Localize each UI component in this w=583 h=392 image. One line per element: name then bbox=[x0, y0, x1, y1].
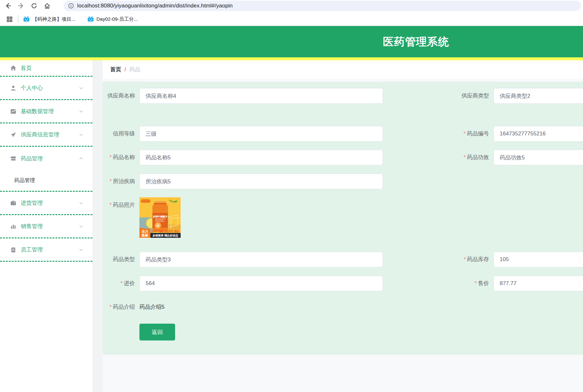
drug-no-field[interactable] bbox=[494, 126, 583, 142]
sale-price-label: *售价 bbox=[458, 276, 489, 291]
drug-type-field[interactable] bbox=[139, 252, 383, 267]
tv-icon bbox=[87, 16, 94, 22]
clipboard-icon bbox=[10, 246, 17, 253]
drug-name-field[interactable] bbox=[139, 150, 383, 165]
sidebar-item-employee-management[interactable]: 员工管理 bbox=[0, 238, 92, 262]
purchase-price-label: *进价 bbox=[103, 276, 135, 291]
sidebar-item-label: 销售管理 bbox=[21, 223, 43, 230]
home-icon bbox=[10, 64, 17, 72]
intro-label: *药品介绍 bbox=[103, 299, 135, 315]
briefcase-icon bbox=[10, 200, 17, 207]
sidebar-item-label: 基础数据管理 bbox=[21, 108, 54, 115]
bookmark-label: 【码神之路】项目... bbox=[32, 16, 76, 22]
disease-label: *所治疾病 bbox=[103, 174, 135, 189]
url-text: localhost:8080/yiyaoguanlixitong/admin/d… bbox=[77, 3, 233, 9]
bar-chart-icon bbox=[10, 223, 17, 230]
bookmark-item[interactable]: Day02-09-员工分... bbox=[87, 16, 138, 22]
sidebar-item-personal-center[interactable]: 个人中心 bbox=[0, 77, 92, 100]
breadcrumb-separator: / bbox=[125, 66, 126, 73]
user-icon bbox=[10, 85, 17, 92]
bookmarks-bar: 【码神之路】项目... Day02-09-员工分... bbox=[0, 12, 583, 26]
sidebar-item-drug-management[interactable]: 药品管理 bbox=[0, 147, 92, 170]
sidebar-item-label: 药品管理 bbox=[21, 155, 43, 162]
send-icon bbox=[10, 131, 17, 138]
main-content: 首页 / 药品 供应商名称 供应商类型 信用等级 *药品编号 *药品名称 *药品… bbox=[103, 60, 583, 392]
supplier-type-label: 供应商类型 bbox=[458, 88, 489, 104]
back-icon[interactable] bbox=[3, 1, 13, 11]
supplier-type-field[interactable] bbox=[494, 88, 583, 104]
shop-icon bbox=[10, 155, 17, 162]
sidebar-item-label: 供应商信息管理 bbox=[21, 131, 59, 138]
sidebar-item-label: 首页 bbox=[21, 64, 32, 72]
chart-icon bbox=[10, 108, 17, 115]
chevron-down-icon bbox=[79, 248, 83, 253]
drug-effect-field[interactable] bbox=[494, 150, 583, 165]
back-button[interactable]: 返回 bbox=[139, 324, 175, 340]
drug-effect-label: *药品功效 bbox=[458, 150, 489, 165]
browser-toolbar: localhost:8080/yiyaoguanlixitong/admin/d… bbox=[0, 0, 583, 12]
photo-tagline-text: 多维牛磺酸 让你元气一整天 bbox=[152, 230, 179, 233]
forward-icon[interactable] bbox=[16, 1, 26, 11]
breadcrumb: 首页 / 药品 bbox=[103, 60, 583, 79]
header-accent-bar bbox=[0, 57, 583, 60]
site-info-icon[interactable] bbox=[68, 3, 74, 9]
disease-field[interactable] bbox=[139, 174, 383, 189]
purchase-price-field[interactable] bbox=[139, 276, 383, 291]
tv-icon bbox=[23, 16, 30, 22]
bookmark-label: Day02-09-员工分... bbox=[97, 16, 138, 22]
sidebar-item-label: 员工管理 bbox=[21, 246, 43, 253]
sidebar-subitem-drug-management[interactable]: 药品管理 bbox=[0, 170, 92, 192]
sidebar-item-label: 个人中心 bbox=[21, 84, 43, 92]
page-title: 医药管理系统 bbox=[383, 26, 449, 57]
sale-price-field[interactable] bbox=[494, 276, 583, 291]
sidebar: 首页 个人中心 基础数据管理 供应商信息管理 药品管理 药品管理 进货管理 bbox=[0, 60, 92, 392]
ribbon-text-2: 焕新 bbox=[141, 233, 149, 237]
breadcrumb-current: 药品 bbox=[129, 66, 140, 73]
browser-window: localhost:8080/yiyaoguanlixitong/admin/d… bbox=[0, 0, 583, 392]
drug-photo-label: *药品照片 bbox=[103, 197, 135, 213]
drug-name-label: *药品名称 bbox=[103, 150, 135, 165]
stock-field[interactable] bbox=[494, 252, 583, 267]
chevron-down-icon bbox=[79, 133, 83, 138]
breadcrumb-home-link[interactable]: 首页 bbox=[110, 66, 121, 73]
credit-level-label: 信用等级 bbox=[103, 126, 135, 142]
intro-value: 药品介绍5 bbox=[139, 299, 164, 315]
chevron-down-icon bbox=[79, 109, 83, 115]
drug-no-label: *药品编号 bbox=[458, 126, 489, 142]
sidebar-item-home[interactable]: 首页 bbox=[0, 60, 92, 77]
stock-label: *药品库存 bbox=[458, 252, 489, 267]
ribbon-text-1: 活力 bbox=[141, 229, 149, 233]
supplier-name-label: 供应商名称 bbox=[103, 88, 135, 104]
sidebar-item-purchase-management[interactable]: 进货管理 bbox=[0, 192, 92, 215]
chevron-down-icon bbox=[79, 201, 83, 207]
drug-type-label: 药品类型 bbox=[103, 252, 135, 267]
drug-detail-form: 供应商名称 供应商类型 信用等级 *药品编号 *药品名称 *药品功效 *所治疾病… bbox=[103, 82, 583, 355]
sidebar-item-sales-management[interactable]: 销售管理 bbox=[0, 215, 92, 238]
reload-icon[interactable] bbox=[29, 1, 39, 11]
sidebar-subitem-label: 药品管理 bbox=[14, 177, 35, 184]
sidebar-item-label: 进货管理 bbox=[21, 199, 43, 207]
chevron-down-icon bbox=[79, 224, 83, 230]
home-nav-icon[interactable] bbox=[42, 1, 52, 11]
chevron-down-icon bbox=[79, 86, 83, 92]
sidebar-item-supplier-info[interactable]: 供应商信息管理 bbox=[0, 123, 92, 147]
bookmark-item[interactable]: 【码神之路】项目... bbox=[23, 16, 76, 22]
apps-grid-icon[interactable] bbox=[6, 16, 13, 22]
sidebar-content-gap bbox=[92, 60, 103, 392]
photo-banner-text: 多维营养 喝出好状态 bbox=[153, 234, 178, 237]
chevron-up-icon bbox=[79, 156, 83, 162]
sidebar-item-base-data[interactable]: 基础数据管理 bbox=[0, 100, 92, 123]
supplier-name-field[interactable] bbox=[139, 88, 383, 104]
url-bar[interactable]: localhost:8080/yiyaoguanlixitong/admin/d… bbox=[64, 1, 581, 11]
drug-photo-image[interactable]: 多维牛磺酸片 多维牛磺酸 让你元气一整天 多维营养 喝出好状态 活力 焕新 bbox=[139, 197, 181, 238]
bottle-title-text: 多维牛磺酸片 bbox=[153, 215, 168, 218]
credit-level-field[interactable] bbox=[139, 126, 383, 142]
app-header: 医药管理系统 bbox=[0, 26, 583, 57]
bookmarks-divider bbox=[18, 16, 18, 23]
